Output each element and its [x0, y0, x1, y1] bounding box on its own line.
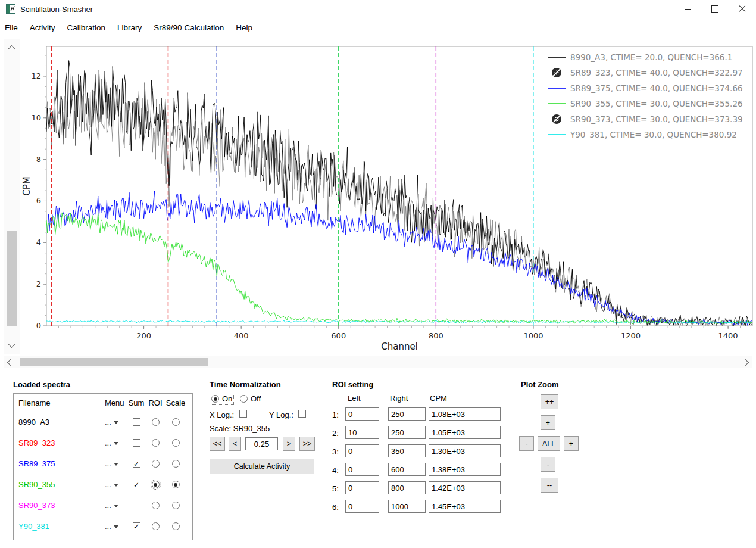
zoom-all-button[interactable]: ALL — [538, 436, 560, 451]
spectrum-menu-dropdown[interactable]: ... — [105, 459, 127, 468]
plot-zoom-title: Plot Zoom — [521, 380, 559, 389]
scale-radio[interactable] — [172, 418, 180, 426]
spectra-plot[interactable]: 200400600800100012001400024681012Channel… — [21, 38, 756, 357]
spectrum-filename: 8990_A3 — [18, 418, 105, 426]
legend-entry-label[interactable]: SR89_323, CTIME= 40.0, QUENCH=322.97 — [570, 68, 743, 77]
spectrum-menu-dropdown[interactable]: ... — [105, 438, 127, 447]
horizontal-scroll-thumb[interactable] — [20, 358, 208, 366]
scale-radio[interactable] — [172, 502, 180, 509]
roi-row: 3: — [332, 444, 505, 463]
maximize-button[interactable] — [701, 0, 729, 18]
menubar: File Activity Calibration Library Sr89/9… — [0, 18, 756, 37]
scale-last-button[interactable]: >> — [299, 437, 315, 451]
close-button[interactable] — [729, 0, 756, 18]
horizontal-scrollbar[interactable] — [4, 356, 752, 368]
roi-right-input[interactable] — [388, 444, 426, 457]
zoom-out-button[interactable]: - — [541, 457, 555, 472]
spectrum-menu-dropdown[interactable]: ... — [105, 418, 127, 426]
zoom-in-fast-button[interactable]: ++ — [541, 394, 558, 409]
minimize-button[interactable] — [674, 0, 701, 18]
minimize-icon — [685, 9, 691, 10]
sum-checkbox[interactable]: ✓ — [133, 460, 140, 468]
calculate-activity-button[interactable]: Calculate Activity — [210, 459, 314, 474]
scale-value-input[interactable] — [245, 437, 278, 450]
sum-checkbox[interactable] — [133, 439, 140, 447]
legend-entry-label[interactable]: SR89_375, CTIME= 40.0, QUENCH=374.66 — [570, 83, 743, 93]
spectrum-menu-dropdown[interactable]: ... — [105, 522, 127, 531]
menu-sr8990-calculation[interactable]: Sr89/90 Calculation — [148, 20, 230, 36]
roi-cpm-input[interactable] — [429, 463, 501, 476]
sum-checkbox[interactable] — [133, 502, 140, 509]
roi-cpm-input[interactable] — [429, 481, 501, 494]
vertical-scroll-thumb[interactable] — [7, 231, 17, 326]
roi-cpm-input[interactable] — [429, 407, 501, 421]
x-log-checkbox[interactable] — [239, 410, 247, 418]
vertical-scrollbar[interactable] — [4, 39, 20, 354]
legend-hidden-eye-icon[interactable] — [552, 114, 561, 124]
roi-radio[interactable] — [152, 522, 160, 530]
menu-file[interactable]: File — [0, 20, 24, 36]
roi-radio[interactable] — [152, 418, 160, 426]
legend-entry-label[interactable]: Y90_381, CTIME= 30.0, QUENCH=380.92 — [570, 130, 737, 139]
roi-radio[interactable] — [152, 502, 160, 509]
chevron-down-icon — [114, 421, 118, 424]
scale-radio[interactable] — [172, 439, 180, 447]
scale-radio[interactable] — [172, 522, 180, 530]
scale-first-button[interactable]: << — [210, 437, 225, 451]
roi-cpm-input[interactable] — [429, 444, 501, 457]
chevron-down-icon — [114, 484, 118, 487]
menu-calibration[interactable]: Calibration — [61, 20, 112, 36]
y-log-checkbox[interactable] — [298, 410, 306, 418]
roi-cpm-input[interactable] — [429, 500, 501, 513]
zoom-out-fast-button[interactable]: -- — [541, 478, 558, 493]
spectrum-menu-dropdown[interactable]: ... — [105, 501, 127, 510]
column-menu: Menu — [105, 398, 127, 407]
roi-right-input[interactable] — [388, 463, 426, 476]
spectrum-menu-dropdown[interactable]: ... — [105, 480, 127, 489]
roi-radio[interactable] — [152, 439, 160, 447]
legend-entry-label[interactable]: SR90_355, CTIME= 30.0, QUENCH=355.26 — [570, 99, 743, 108]
sum-checkbox[interactable]: ✓ — [133, 522, 140, 530]
roi-row-index: 6: — [332, 503, 339, 512]
roi-right-input[interactable] — [388, 426, 426, 439]
time-norm-off-radio[interactable]: Off — [240, 394, 261, 403]
sum-checkbox[interactable]: ✓ — [133, 481, 140, 488]
roi-left-input[interactable] — [345, 500, 379, 513]
legend-entry-label[interactable]: SR90_373, CTIME= 30.0, QUENCH=373.39 — [570, 114, 743, 124]
roi-right-input[interactable] — [388, 407, 426, 421]
legend-hidden-eye-icon[interactable] — [552, 68, 561, 77]
legend-entry-label[interactable]: 8990_A3, CTIME= 20.0, QUENCH=366.1 — [570, 52, 732, 62]
zoom-in-button[interactable]: + — [541, 415, 555, 430]
scroll-left-icon[interactable] — [7, 359, 15, 366]
menu-help[interactable]: Help — [230, 20, 258, 36]
scale-prev-button[interactable]: < — [229, 437, 241, 451]
column-roi: ROI — [146, 398, 165, 407]
svg-text:12: 12 — [31, 71, 41, 80]
roi-radio[interactable] — [152, 481, 160, 488]
scale-next-button[interactable]: > — [283, 437, 295, 451]
scroll-down-icon[interactable] — [8, 340, 15, 348]
roi-right-input[interactable] — [388, 481, 426, 494]
roi-column-left: Left — [348, 394, 361, 403]
time-norm-on-radio[interactable]: On — [211, 394, 232, 403]
titlebar[interactable]: Scintillation-Smasher — [0, 0, 756, 18]
roi-left-input[interactable] — [345, 481, 379, 494]
scale-radio[interactable] — [172, 460, 180, 468]
scroll-up-icon[interactable] — [8, 45, 15, 53]
pan-left-button[interactable]: - — [519, 436, 534, 451]
scale-radio[interactable] — [172, 481, 180, 488]
roi-radio[interactable] — [152, 460, 160, 468]
scroll-right-icon[interactable] — [741, 359, 749, 366]
sum-checkbox[interactable] — [133, 418, 140, 426]
menu-activity[interactable]: Activity — [24, 20, 61, 36]
roi-right-input[interactable] — [388, 500, 426, 513]
roi-left-input[interactable] — [345, 426, 379, 439]
chevron-down-icon — [114, 525, 118, 528]
pan-right-button[interactable]: + — [564, 436, 579, 451]
roi-left-input[interactable] — [345, 444, 379, 457]
roi-left-input[interactable] — [345, 463, 379, 476]
roi-cpm-input[interactable] — [429, 426, 501, 439]
roi-left-input[interactable] — [345, 407, 379, 421]
menu-library[interactable]: Library — [111, 20, 148, 36]
spectrum-filename: SR89_323 — [18, 438, 105, 447]
